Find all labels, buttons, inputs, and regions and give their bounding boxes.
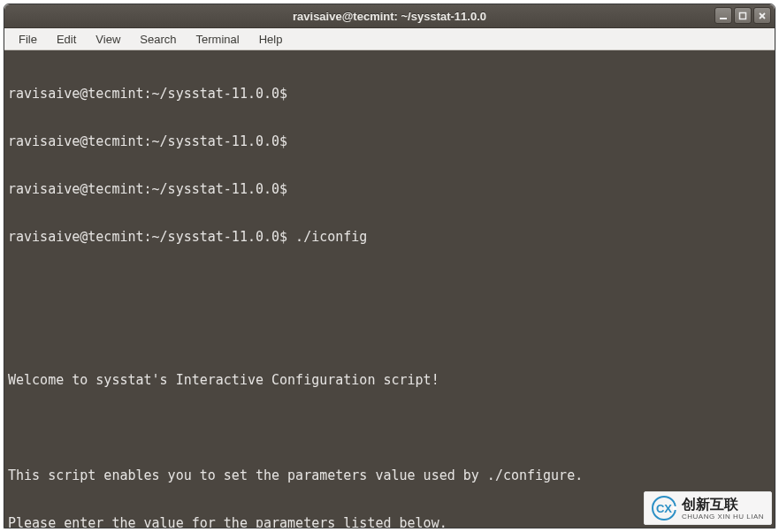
terminal-output: This script enables you to set the param… [8, 467, 771, 483]
close-icon [758, 11, 767, 20]
watermark-pinyin: CHUANG XIN HU LIAN [682, 513, 764, 521]
menu-file[interactable]: File [10, 30, 46, 49]
menu-edit[interactable]: Edit [48, 30, 85, 49]
maximize-button[interactable] [734, 7, 752, 24]
menu-search[interactable]: Search [131, 30, 185, 49]
terminal-line: ravisaive@tecmint:~/sysstat-11.0.0$ ./ic… [8, 229, 771, 245]
terminal-line: ravisaive@tecmint:~/sysstat-11.0.0$ [8, 181, 771, 197]
terminal-window: ravisaive@tecmint: ~/sysstat-11.0.0 File… [4, 4, 775, 528]
watermark-cn: 创新互联 [682, 496, 764, 514]
window-title: ravisaive@tecmint: ~/sysstat-11.0.0 [293, 10, 486, 23]
menubar: File Edit View Search Terminal Help [4, 28, 775, 50]
close-button[interactable] [753, 7, 771, 24]
watermark-logo-icon: CX [652, 496, 676, 521]
svg-rect-1 [740, 12, 746, 19]
terminal-blank [8, 324, 771, 340]
titlebar: ravisaive@tecmint: ~/sysstat-11.0.0 [4, 4, 775, 28]
maximize-icon [738, 11, 747, 20]
menu-terminal[interactable]: Terminal [187, 30, 248, 49]
terminal-output: Welcome to sysstat's Interactive Configu… [8, 372, 771, 388]
terminal-line: ravisaive@tecmint:~/sysstat-11.0.0$ [8, 86, 771, 102]
terminal-blank [8, 277, 771, 293]
terminal-blank [8, 420, 771, 436]
watermark-logo-text: CX [656, 502, 672, 515]
watermark-text: 创新互联 CHUANG XIN HU LIAN [682, 496, 764, 521]
minimize-button[interactable] [714, 7, 732, 24]
terminal-line: ravisaive@tecmint:~/sysstat-11.0.0$ [8, 133, 771, 149]
window-controls [714, 7, 771, 24]
terminal-area[interactable]: ravisaive@tecmint:~/sysstat-11.0.0$ ravi… [4, 50, 775, 528]
minimize-icon [719, 11, 728, 20]
watermark: CX 创新互联 CHUANG XIN HU LIAN [644, 491, 772, 525]
menu-view[interactable]: View [87, 30, 129, 49]
menu-help[interactable]: Help [250, 30, 292, 49]
